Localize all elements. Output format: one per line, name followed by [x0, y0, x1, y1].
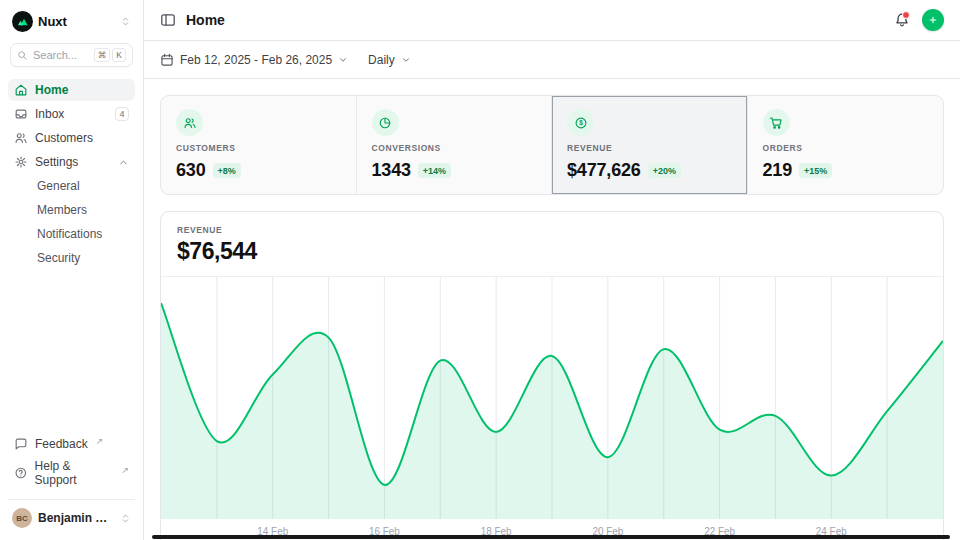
main-area: Home Feb 12, 2025 - Feb 26, 2025: [144, 0, 960, 540]
sidebar-item-general[interactable]: General: [8, 175, 135, 197]
stat-label: REVENUE: [567, 143, 612, 153]
search-input[interactable]: Search... ⌘ K: [10, 43, 133, 67]
stat-label: CUSTOMERS: [176, 143, 236, 153]
stat-label: CONVERSIONS: [372, 143, 441, 153]
date-range-label: Feb 12, 2025 - Feb 26, 2025: [180, 53, 332, 67]
sidebar-nav: Home Inbox 4 Customers Settings General …: [8, 79, 135, 269]
kbd-cmd: ⌘: [94, 48, 111, 62]
house-icon: [14, 83, 28, 97]
svg-text:$: $: [579, 119, 583, 127]
chart-total-value: $76,544: [177, 238, 927, 265]
sidebar-item-inbox[interactable]: Inbox 4: [8, 103, 135, 125]
search-placeholder: Search...: [33, 49, 77, 61]
avatar: BC: [12, 508, 32, 528]
chart-plot-area[interactable]: 14 Feb16 Feb18 Feb20 Feb22 Feb24 Feb: [161, 277, 943, 540]
users-icon: [14, 131, 28, 145]
inbox-icon: [14, 107, 28, 121]
notification-dot: [902, 11, 910, 19]
granularity-select[interactable]: Daily: [368, 53, 411, 67]
stat-delta-badge: +20%: [648, 163, 681, 178]
sidebar-item-label: Settings: [35, 155, 78, 169]
calendar-icon: [160, 53, 174, 67]
stat-conversions[interactable]: CONVERSIONS 1343 +14%: [357, 96, 553, 194]
stat-revenue[interactable]: $ REVENUE $477,626 +20%: [552, 96, 748, 194]
pie-chart-icon: [372, 109, 399, 136]
circle-dollar-icon: $: [567, 109, 594, 136]
stat-value: 630: [176, 160, 206, 181]
gear-icon: [14, 155, 28, 169]
stat-delta-badge: +15%: [799, 163, 832, 178]
sidebar-item-label: Inbox: [35, 107, 64, 121]
stat-label: ORDERS: [763, 143, 803, 153]
notifications-button[interactable]: [894, 12, 910, 28]
chevron-down-icon: [338, 55, 348, 65]
external-link-icon: ↗: [96, 436, 104, 446]
user-name: Benjamin Canac: [38, 511, 114, 525]
sidebar-item-label: Home: [35, 83, 68, 97]
sidebar-item-label: Help & Support: [35, 459, 114, 487]
shopping-cart-icon: [763, 109, 790, 136]
search-kbd-group: ⌘ K: [94, 48, 126, 62]
sidebar-collapse-button[interactable]: [160, 12, 176, 28]
add-button[interactable]: [922, 9, 944, 31]
sidebar-item-security[interactable]: Security: [8, 247, 135, 269]
chart-header: REVENUE $76,544: [161, 212, 943, 277]
granularity-label: Daily: [368, 53, 395, 67]
users-icon: [176, 109, 203, 136]
sidebar-item-home[interactable]: Home: [8, 79, 135, 101]
sidebar-item-feedback[interactable]: Feedback ↗: [8, 433, 135, 455]
stat-value: 219: [763, 160, 793, 181]
stat-delta-badge: +14%: [418, 163, 451, 178]
stat-orders[interactable]: ORDERS 219 +15%: [748, 96, 944, 194]
chart-title: REVENUE: [177, 225, 927, 235]
user-menu[interactable]: BC Benjamin Canac: [8, 499, 135, 530]
stats-row: CUSTOMERS 630 +8% CONVERSIONS 1343 +14%: [160, 95, 944, 195]
sidebar-item-members[interactable]: Members: [8, 199, 135, 221]
sidebar-item-help-support[interactable]: Help & Support ↗: [8, 455, 135, 491]
dashboard-content: CUSTOMERS 630 +8% CONVERSIONS 1343 +14%: [144, 79, 960, 540]
sidebar-item-customers[interactable]: Customers: [8, 127, 135, 149]
nuxt-logo-icon: [12, 11, 33, 32]
inbox-count-badge: 4: [115, 107, 129, 121]
sidebar-item-label: Customers: [35, 131, 93, 145]
panel-left-icon: [160, 12, 176, 28]
kbd-k: K: [112, 48, 126, 62]
page-header: Home: [144, 0, 960, 41]
stat-value: $477,626: [567, 160, 641, 181]
sidebar-item-notifications[interactable]: Notifications: [8, 223, 135, 245]
sidebar: Nuxt Search... ⌘ K Home Inbox 4: [0, 0, 144, 540]
sidebar-item-settings[interactable]: Settings: [8, 151, 135, 173]
app: Nuxt Search... ⌘ K Home Inbox 4: [0, 0, 960, 540]
external-link-icon: ↗: [121, 465, 129, 475]
plus-icon: [928, 14, 938, 26]
chevron-up-icon: [118, 157, 129, 168]
stat-value: 1343: [372, 160, 411, 181]
chevrons-up-down-icon: [120, 513, 131, 524]
date-range-picker[interactable]: Feb 12, 2025 - Feb 26, 2025: [160, 53, 348, 67]
sidebar-item-label: Feedback: [35, 437, 88, 451]
chevron-down-icon: [401, 55, 411, 65]
help-circle-icon: [14, 466, 28, 480]
stat-delta-badge: +8%: [213, 163, 241, 178]
message-icon: [14, 437, 28, 451]
revenue-chart-card: REVENUE $76,544 14 Feb16 Feb18 Feb20 Feb…: [160, 211, 944, 540]
revenue-area-chart: 14 Feb16 Feb18 Feb20 Feb22 Feb24 Feb: [161, 277, 943, 540]
horizontal-scrollbar[interactable]: [152, 535, 950, 539]
header-actions: [894, 9, 944, 31]
workspace-selector[interactable]: Nuxt: [8, 8, 135, 35]
search-icon: [17, 50, 28, 61]
stat-customers[interactable]: CUSTOMERS 630 +8%: [161, 96, 357, 194]
filters-toolbar: Feb 12, 2025 - Feb 26, 2025 Daily: [144, 41, 960, 79]
sidebar-spacer: [8, 269, 135, 433]
chevrons-up-down-icon: [120, 16, 131, 27]
page-title: Home: [186, 12, 225, 28]
workspace-name: Nuxt: [38, 14, 67, 29]
